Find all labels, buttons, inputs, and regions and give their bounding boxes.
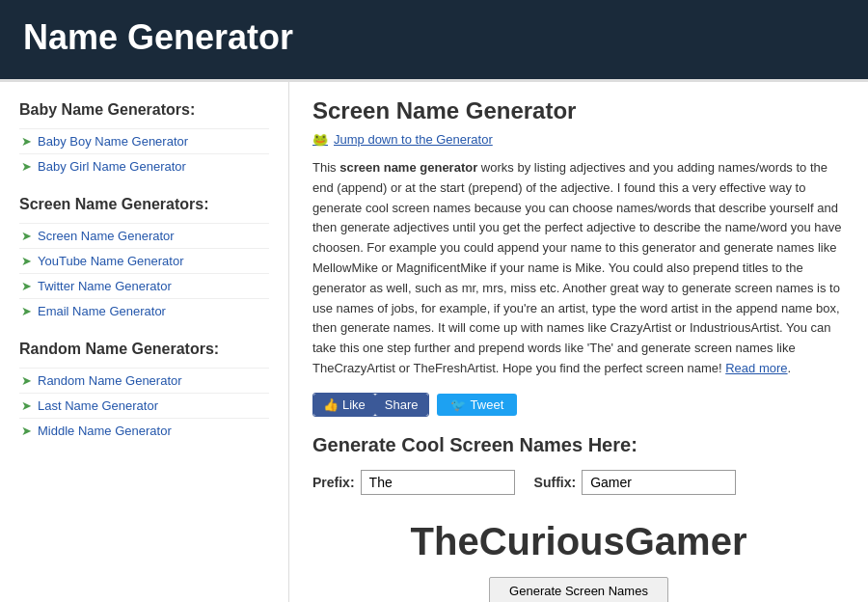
sidebar-section-title: Baby Name Generators: xyxy=(19,101,269,119)
sidebar-link[interactable]: ➤Screen Name Generator xyxy=(19,223,269,248)
content-title: Screen Name Generator xyxy=(312,97,845,124)
generated-name: TheCuriousGamer xyxy=(312,520,845,563)
jump-link[interactable]: 🐸 Jump down to the Generator xyxy=(312,132,845,147)
arrow-icon: ➤ xyxy=(21,304,32,318)
arrow-icon: ➤ xyxy=(21,134,32,149)
sidebar-link[interactable]: ➤YouTube Name Generator xyxy=(19,248,269,273)
page-main-title: Name Generator xyxy=(23,17,845,58)
sidebar-link[interactable]: ➤Last Name Generator xyxy=(19,393,269,418)
sidebar-link[interactable]: ➤Baby Boy Name Generator xyxy=(19,128,269,153)
frog-icon: 🐸 xyxy=(312,132,328,147)
arrow-icon: ➤ xyxy=(21,279,32,293)
main-content: Screen Name Generator 🐸 Jump down to the… xyxy=(289,82,868,602)
sidebar-link[interactable]: ➤Baby Girl Name Generator xyxy=(19,153,269,178)
suffix-group: Suffix: xyxy=(534,470,737,495)
sidebar-link[interactable]: ➤Twitter Name Generator xyxy=(19,273,269,298)
sidebar-link-label: Twitter Name Generator xyxy=(38,279,172,293)
generated-name-box: TheCuriousGamer xyxy=(312,510,845,577)
tweet-label: Tweet xyxy=(471,397,504,412)
arrow-icon: ➤ xyxy=(21,424,32,438)
sidebar-link-label: Last Name Generator xyxy=(38,398,158,413)
sidebar-link-label: Email Name Generator xyxy=(38,304,166,318)
sidebar-link-label: YouTube Name Generator xyxy=(38,254,184,268)
jump-link-text[interactable]: Jump down to the Generator xyxy=(334,132,493,147)
tweet-button[interactable]: 🐦 Tweet xyxy=(437,394,518,416)
facebook-buttons: 👍 Like Share xyxy=(312,393,429,417)
header: Name Generator xyxy=(0,0,868,79)
arrow-icon: ➤ xyxy=(21,254,32,268)
arrow-icon: ➤ xyxy=(21,373,32,388)
generator-section: Generate Cool Screen Names Here: Prefix:… xyxy=(312,434,845,602)
sidebar-link-label: Baby Girl Name Generator xyxy=(38,159,186,174)
sidebar-link-label: Random Name Generator xyxy=(38,373,182,388)
like-button[interactable]: 👍 Like xyxy=(313,394,375,416)
read-more-link[interactable]: Read more xyxy=(725,361,787,375)
sidebar-link[interactable]: ➤Random Name Generator xyxy=(19,368,269,393)
layout: Baby Name Generators:➤Baby Boy Name Gene… xyxy=(0,79,868,602)
sidebar-link-label: Middle Name Generator xyxy=(38,424,172,438)
generate-button[interactable]: Generate Screen Names xyxy=(489,577,668,602)
generator-title: Generate Cool Screen Names Here: xyxy=(312,434,845,456)
social-buttons: 👍 Like Share 🐦 Tweet xyxy=(312,393,845,417)
sidebar-link[interactable]: ➤Middle Name Generator xyxy=(19,418,269,443)
description-text: This screen name generator works by list… xyxy=(312,158,845,379)
inputs-row: Prefix: Suffix: xyxy=(312,470,845,495)
like-label: Like xyxy=(342,397,366,412)
arrow-icon: ➤ xyxy=(21,229,32,243)
sidebar-link[interactable]: ➤Email Name Generator xyxy=(19,298,269,323)
arrow-icon: ➤ xyxy=(21,398,32,413)
suffix-label: Suffix: xyxy=(534,475,577,490)
suffix-input[interactable] xyxy=(582,470,736,495)
share-label: Share xyxy=(385,397,419,412)
sidebar: Baby Name Generators:➤Baby Boy Name Gene… xyxy=(0,82,289,602)
sidebar-link-label: Baby Boy Name Generator xyxy=(38,134,188,149)
prefix-input[interactable] xyxy=(361,470,515,495)
prefix-group: Prefix: xyxy=(312,470,515,495)
twitter-icon: 🐦 xyxy=(450,397,466,412)
arrow-icon: ➤ xyxy=(21,159,32,174)
share-button[interactable]: Share xyxy=(375,394,428,416)
prefix-label: Prefix: xyxy=(312,475,355,490)
thumbs-up-icon: 👍 xyxy=(323,397,339,412)
sidebar-section-title: Screen Name Generators: xyxy=(19,196,269,213)
sidebar-section-title: Random Name Generators: xyxy=(19,341,269,358)
sidebar-link-label: Screen Name Generator xyxy=(38,229,175,243)
